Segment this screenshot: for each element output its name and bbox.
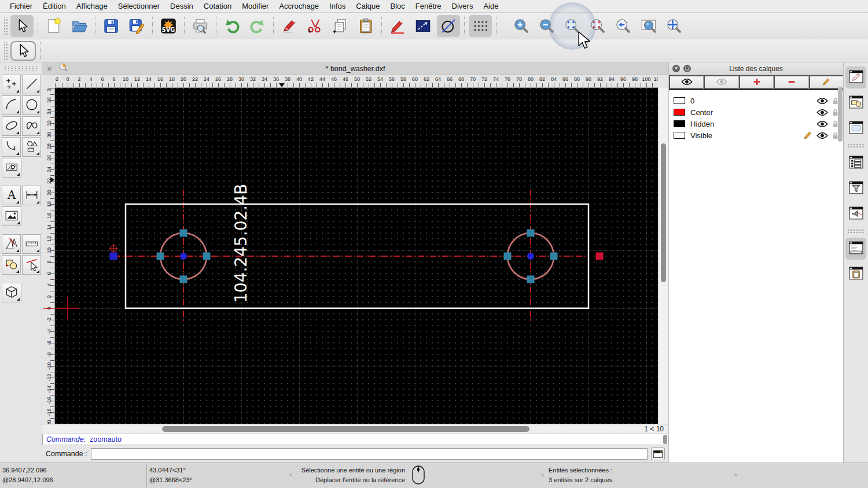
- copy-button[interactable]: [329, 15, 352, 37]
- paste-button[interactable]: [354, 15, 377, 37]
- save-button[interactable]: [100, 15, 123, 37]
- menu-edition[interactable]: Édition: [38, 0, 71, 13]
- tool-measure[interactable]: [22, 234, 41, 254]
- layer-hide-all-button[interactable]: [704, 75, 738, 90]
- zoom-in-button[interactable]: [510, 15, 533, 37]
- layer-row[interactable]: Center: [669, 106, 843, 118]
- menu-divers[interactable]: Divers: [447, 0, 479, 13]
- tool-points[interactable]: [2, 75, 21, 94]
- tool-dimension[interactable]: [22, 186, 41, 205]
- dock-library-browser[interactable]: [845, 117, 866, 139]
- tool-arc[interactable]: [2, 95, 21, 115]
- zoom-window-button[interactable]: [637, 15, 660, 37]
- history-scrollbar-thumb[interactable]: [663, 435, 667, 444]
- menu-cotation[interactable]: Cotation: [198, 0, 237, 13]
- menu-aide[interactable]: Aide: [478, 0, 503, 13]
- select-tool-button[interactable]: [10, 41, 36, 61]
- layer-row[interactable]: Hidden: [669, 118, 843, 130]
- ruler-label: 60: [412, 76, 418, 82]
- tool-hatch[interactable]: [2, 158, 21, 178]
- layer-color-swatch[interactable]: [674, 132, 685, 139]
- layer-row[interactable]: Visible: [669, 130, 843, 141]
- layer-show-all-button[interactable]: [669, 75, 704, 90]
- tool-block[interactable]: [2, 255, 21, 275]
- menu-affichage[interactable]: Affichage: [71, 0, 113, 13]
- select-arrow-button[interactable]: [10, 15, 34, 37]
- layer-list-scrollbar-thumb[interactable]: [838, 87, 843, 142]
- cut-button[interactable]: [303, 15, 326, 37]
- vertical-scrollbar[interactable]: [658, 88, 668, 424]
- circle-center-point-right[interactable]: [527, 253, 534, 260]
- menu-selectionner[interactable]: Sélectionner: [113, 0, 165, 13]
- tool-circle[interactable]: [22, 95, 41, 115]
- dock-plugins[interactable]: [845, 203, 866, 225]
- grid-toggle-button[interactable]: [469, 15, 492, 37]
- layer-row[interactable]: 0: [669, 95, 843, 106]
- tool-solid[interactable]: [2, 283, 21, 302]
- dock-layer-list[interactable]: [845, 66, 866, 88]
- layer-remove-button[interactable]: [774, 75, 808, 90]
- vertical-scrollbar-thumb[interactable]: [661, 143, 666, 282]
- export-svg-button[interactable]: SVG: [157, 15, 180, 37]
- draw-pen-button[interactable]: [386, 15, 409, 37]
- layer-color-swatch[interactable]: [674, 120, 685, 127]
- eye-icon[interactable]: [816, 97, 828, 105]
- selection-status-line1: Entités sélectionnées :: [549, 465, 614, 475]
- layer-color-swatch[interactable]: [674, 97, 685, 104]
- redo-button[interactable]: [246, 15, 269, 37]
- tool-text[interactable]: A: [2, 186, 21, 205]
- command-input[interactable]: [91, 448, 648, 460]
- zoom-selected-button[interactable]: [586, 15, 609, 37]
- menu-accrochage[interactable]: Accrochage: [274, 0, 324, 13]
- menu-fenetre[interactable]: Fenêtre: [410, 0, 447, 13]
- menu-modifier[interactable]: Modifier: [237, 0, 274, 13]
- layer-add-button[interactable]: [739, 75, 774, 90]
- zoom-pan-button[interactable]: [663, 15, 686, 37]
- undo-button[interactable]: [220, 15, 244, 37]
- construction-mode-button[interactable]: [437, 15, 460, 37]
- menu-calque[interactable]: Calque: [351, 0, 385, 13]
- reference-point-red[interactable]: [596, 253, 604, 260]
- new-file-button[interactable]: [42, 15, 65, 37]
- tool-shapes[interactable]: [22, 137, 41, 157]
- print-preview-button[interactable]: [189, 15, 212, 37]
- tool-polyline[interactable]: [2, 137, 21, 157]
- tool-modify[interactable]: [2, 234, 21, 254]
- selection-order-button[interactable]: [411, 15, 435, 37]
- layer-color-swatch[interactable]: [674, 109, 685, 116]
- dock-entity-list[interactable]: [845, 152, 866, 174]
- delete-button[interactable]: [278, 15, 301, 37]
- tool-select-entity[interactable]: [22, 255, 41, 275]
- save-as-button[interactable]: [125, 15, 148, 37]
- menu-fichier[interactable]: Fichier: [5, 0, 38, 13]
- eye-icon[interactable]: [816, 132, 828, 139]
- tool-line[interactable]: [22, 75, 41, 94]
- zoom-previous-button[interactable]: [612, 15, 635, 37]
- zoom-auto-button[interactable]: [561, 15, 584, 37]
- circle-center-point-left[interactable]: [180, 253, 187, 260]
- open-file-button[interactable]: [68, 15, 91, 37]
- dock-clipboard[interactable]: [845, 263, 866, 285]
- command-window-button[interactable]: [651, 448, 665, 460]
- dock-block-list[interactable]: [845, 92, 866, 114]
- cad-canvas[interactable]: 104.245.02.4B: [55, 88, 658, 424]
- eye-icon[interactable]: [816, 120, 828, 128]
- menu-infos[interactable]: Infos: [324, 0, 351, 13]
- eye-icon[interactable]: [816, 109, 828, 116]
- toolbar-drag-handle[interactable]: [2, 66, 39, 71]
- dock-selection-filter[interactable]: [845, 178, 866, 199]
- menu-bloc[interactable]: Bloc: [385, 0, 410, 13]
- zoom-out-button[interactable]: [535, 15, 558, 37]
- part-number-label[interactable]: 104.245.02.4B: [231, 184, 251, 303]
- horizontal-scrollbar-thumb[interactable]: [162, 426, 529, 432]
- menu-dessin[interactable]: Dessin: [165, 0, 198, 13]
- reference-point-blue[interactable]: [110, 253, 117, 260]
- tool-image[interactable]: [2, 206, 21, 226]
- toolbar-drag-handle[interactable]: [3, 42, 8, 60]
- ruler-label: 90: [586, 76, 591, 82]
- tool-spline[interactable]: [22, 116, 41, 136]
- dock-command-line[interactable]: [845, 238, 866, 260]
- toolbar-drag-handle[interactable]: [3, 17, 8, 35]
- tool-ellipse[interactable]: [2, 116, 21, 136]
- horizontal-scrollbar[interactable]: 1 < 10: [42, 424, 668, 434]
